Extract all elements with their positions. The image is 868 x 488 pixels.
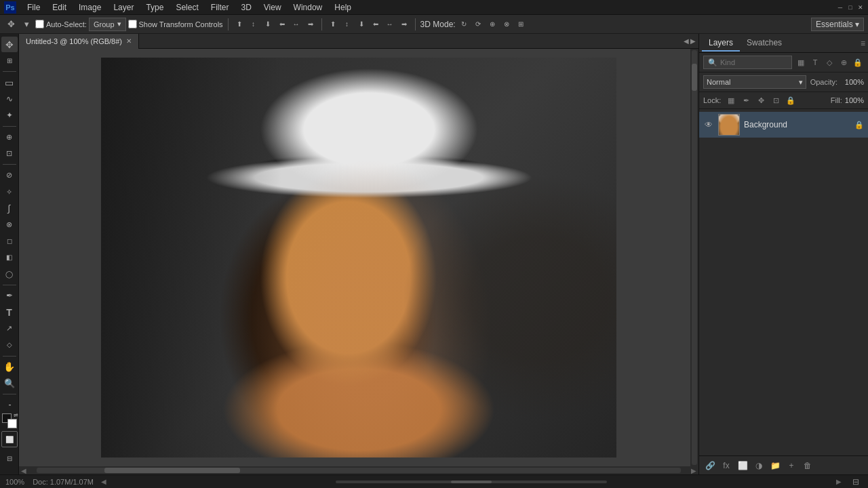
path-selection-button[interactable]: ↗ (1, 321, 18, 336)
align-top-edges-button[interactable]: ⬆ (233, 18, 245, 30)
tool-preset-icon[interactable]: ▾ (20, 18, 33, 31)
horizontal-scrollbar[interactable]: ◀ ▶ (19, 466, 698, 474)
dodge-tool-button[interactable]: ◯ (1, 266, 18, 282)
scroll-right-arrow[interactable]: ▶ (689, 466, 698, 474)
auto-select-input[interactable] (35, 20, 44, 28)
screen-mode-button[interactable]: ⊟ (1, 450, 18, 466)
blend-mode-dropdown[interactable]: Normal ▾ (703, 75, 806, 89)
layers-search-input[interactable] (720, 58, 787, 66)
add-mask-button[interactable]: ⬜ (736, 459, 749, 472)
menu-file[interactable]: File (22, 1, 45, 14)
layers-search-box[interactable]: 🔍 (703, 56, 792, 69)
distribute-left-button[interactable]: ⬅ (370, 18, 382, 30)
lock-all-button[interactable]: 🔒 (785, 94, 797, 106)
distribute-horizontal-button[interactable]: ↔ (384, 18, 396, 30)
auto-select-dropdown[interactable]: Group ▾ (89, 18, 126, 31)
menu-edit[interactable]: Edit (47, 1, 72, 14)
distribute-top-button[interactable]: ⬆ (327, 18, 339, 30)
eyedropper-tool-button[interactable]: ⊘ (1, 167, 18, 183)
canvas-viewport[interactable] (19, 49, 698, 466)
3d-pan-button[interactable]: ⊕ (486, 18, 498, 30)
filter-adjustment-icon[interactable]: T (809, 56, 821, 68)
menu-window[interactable]: Window (288, 1, 328, 14)
stamp-tool-button[interactable]: ⊗ (1, 217, 18, 232)
hand-tool-button[interactable]: ✋ (1, 359, 18, 375)
menu-layer[interactable]: Layer (108, 1, 139, 14)
screen-mode-status-button[interactable]: ⊟ (849, 475, 863, 489)
menu-view[interactable]: View (258, 1, 287, 14)
align-bottom-edges-button[interactable]: ⬇ (262, 18, 274, 30)
next-page-button[interactable]: ▶ (834, 477, 844, 487)
quick-selection-tool-button[interactable]: ✦ (1, 108, 18, 123)
quick-mask-button[interactable]: ⬜ (1, 431, 18, 447)
align-vertical-centers-button[interactable]: ↕ (248, 18, 260, 30)
tab-scroll-left[interactable]: ◀ (684, 37, 689, 45)
new-layer-button[interactable]: + (785, 459, 798, 472)
vertical-scroll-track[interactable] (692, 50, 697, 465)
canvas-tab-close[interactable]: ✕ (126, 37, 132, 45)
scroll-left-arrow[interactable]: ◀ (19, 466, 28, 474)
filter-locked-icon[interactable]: 🔒 (852, 56, 864, 68)
tab-layers[interactable]: Layers (702, 35, 740, 52)
show-transform-input[interactable] (128, 20, 137, 28)
gradient-tool-button[interactable]: ◧ (1, 249, 18, 265)
background-color[interactable] (7, 419, 17, 428)
show-transform-checkbox[interactable]: Show Transform Controls (128, 20, 223, 28)
menu-3d[interactable]: 3D (235, 1, 256, 14)
marquee-tool-button[interactable]: ▭ (1, 75, 18, 90)
shape-tool-button[interactable]: ◇ (1, 337, 18, 352)
maximize-button[interactable]: □ (846, 3, 855, 12)
vertical-scroll-thumb[interactable] (692, 64, 697, 91)
layer-effects-button[interactable]: fx (719, 459, 733, 472)
fill-value[interactable]: 100% (845, 96, 864, 104)
more-tools-button[interactable]: ··· (1, 397, 18, 413)
distribute-right-button[interactable]: ➡ (398, 18, 410, 30)
menu-help[interactable]: Help (329, 1, 357, 14)
brush-tool-button[interactable]: ∫ (1, 201, 18, 216)
crop-tool-button[interactable]: ⊡ (1, 146, 18, 161)
menu-filter[interactable]: Filter (205, 1, 235, 14)
align-horizontal-centers-button[interactable]: ↔ (290, 18, 302, 30)
pen-tool-button[interactable]: ✒ (1, 288, 18, 304)
3d-rotate-button[interactable]: ↻ (458, 18, 470, 30)
zoom-tool-button[interactable]: 🔍 (1, 375, 18, 391)
zoom-level[interactable]: 100% (5, 478, 24, 486)
menu-image[interactable]: Image (73, 1, 106, 14)
horizontal-scroll-thumb[interactable] (104, 468, 240, 473)
eraser-tool-button[interactable]: ◻ (1, 233, 18, 249)
artboard-tool-button[interactable]: ⊞ (1, 53, 18, 68)
lock-transparent-pixels-button[interactable]: ▦ (725, 94, 737, 106)
auto-select-checkbox[interactable]: Auto-Select: (35, 20, 87, 28)
foreground-background-colors[interactable]: ⇌ (2, 413, 17, 428)
adjustment-layer-button[interactable]: ◑ (752, 459, 766, 472)
menu-select[interactable]: Select (170, 1, 203, 14)
lock-artboard-button[interactable]: ⊡ (770, 94, 782, 106)
distribute-vertical-button[interactable]: ↕ (341, 18, 353, 30)
canvas-tab-untitled3[interactable]: Untitled-3 @ 100% (RGB/8#) ✕ (19, 34, 139, 49)
essentials-button[interactable]: Essentials ▾ (811, 18, 864, 31)
eyedropper-color-button[interactable]: ⊕ (1, 129, 18, 145)
move-tool-icon[interactable]: ✥ (4, 18, 18, 31)
close-button[interactable]: ✕ (856, 3, 865, 12)
text-tool-button[interactable]: T (1, 304, 18, 320)
3d-roll-button[interactable]: ⟳ (472, 18, 484, 30)
prev-page-button[interactable]: ◀ (99, 477, 108, 487)
tab-swatches[interactable]: Swatches (740, 35, 789, 52)
panel-options-button[interactable]: ≡ (861, 39, 865, 48)
layer-name[interactable]: Background (744, 120, 850, 129)
delete-layer-button[interactable]: 🗑 (801, 459, 814, 472)
vertical-scrollbar[interactable] (690, 49, 698, 466)
spot-healing-brush-button[interactable]: ✧ (1, 184, 18, 200)
layer-item-background[interactable]: 👁 Background 🔒 (699, 112, 868, 138)
3d-scale-button[interactable]: ⊞ (515, 18, 527, 30)
lasso-tool-button[interactable]: ∿ (1, 92, 18, 107)
3d-slide-button[interactable]: ⊗ (500, 18, 513, 30)
distribute-bottom-button[interactable]: ⬇ (355, 18, 368, 30)
align-left-edges-button[interactable]: ⬅ (276, 18, 288, 30)
folder-button[interactable]: 📁 (768, 459, 782, 472)
filter-pixel-icon[interactable]: ▦ (795, 56, 807, 68)
layer-visibility-toggle[interactable]: 👁 (703, 119, 714, 130)
swap-colors-icon[interactable]: ⇌ (14, 412, 18, 418)
minimize-button[interactable]: ─ (835, 3, 845, 12)
opacity-value[interactable]: 100% (840, 78, 864, 86)
